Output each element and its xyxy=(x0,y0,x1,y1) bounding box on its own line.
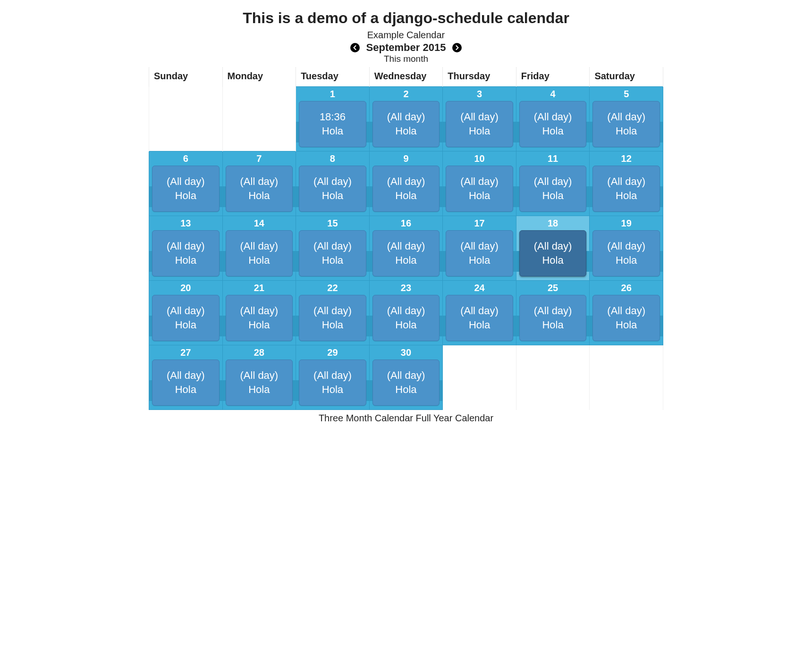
calendar-event[interactable]: (All day)Hola xyxy=(152,230,220,276)
day-number: 2 xyxy=(370,87,443,100)
calendar-event[interactable]: (All day)Hola xyxy=(519,166,587,212)
calendar-event[interactable]: (All day)Hola xyxy=(446,101,513,147)
event-time: (All day) xyxy=(520,305,586,317)
prev-month-icon[interactable] xyxy=(350,43,360,52)
calendar-day-cell[interactable]: 29(All day)Hola xyxy=(296,345,370,410)
calendar-event[interactable]: (All day)Hola xyxy=(372,166,440,212)
calendar-day-cell[interactable]: 19(All day)Hola xyxy=(590,216,663,281)
day-number: 22 xyxy=(296,281,369,293)
calendar-event[interactable]: (All day)Hola xyxy=(446,230,513,276)
event-time: (All day) xyxy=(593,111,660,123)
day-number: 25 xyxy=(516,281,590,293)
calendar-day-cell[interactable]: 12(All day)Hola xyxy=(590,151,663,216)
calendar-day-cell[interactable]: 5(All day)Hola xyxy=(590,87,663,151)
calendar-event[interactable]: (All day)Hola xyxy=(299,359,366,406)
calendar-day-cell[interactable]: 13(All day)Hola xyxy=(149,216,223,281)
calendar-day-cell[interactable]: 22(All day)Hola xyxy=(296,281,370,345)
calendar-event[interactable]: (All day)Hola xyxy=(519,101,587,147)
calendar-day-cell[interactable]: 2(All day)Hola xyxy=(369,87,443,151)
full-year-link[interactable]: Full Year Calendar xyxy=(416,413,494,423)
calendar-event[interactable]: (All day)Hola xyxy=(152,166,220,212)
event-time: (All day) xyxy=(373,369,440,382)
calendar-day-cell[interactable]: 118:36Hola xyxy=(296,87,370,151)
event-time: (All day) xyxy=(299,176,366,188)
calendar-event[interactable]: (All day)Hola xyxy=(226,295,293,341)
next-month-icon[interactable] xyxy=(452,43,462,52)
calendar-day-cell[interactable]: 28(All day)Hola xyxy=(222,345,296,410)
event-time: (All day) xyxy=(593,305,660,317)
calendar-day-cell[interactable]: 17(All day)Hola xyxy=(443,216,516,281)
event-title: Hola xyxy=(593,125,660,137)
three-month-link[interactable]: Three Month Calendar xyxy=(319,413,413,423)
event-title: Hola xyxy=(520,190,586,202)
this-month-link[interactable]: This month xyxy=(384,54,428,64)
calendar-event[interactable]: (All day)Hola xyxy=(372,230,440,276)
calendar-event[interactable]: (All day)Hola xyxy=(519,295,587,341)
event-title: Hola xyxy=(520,254,586,267)
calendar-event[interactable]: (All day)Hola xyxy=(152,295,220,341)
calendar-event[interactable]: (All day)Hola xyxy=(152,359,220,406)
day-number: 15 xyxy=(296,216,369,229)
calendar-event[interactable]: (All day)Hola xyxy=(519,230,587,276)
calendar-event[interactable]: (All day)Hola xyxy=(226,359,293,406)
calendar-day-cell[interactable]: 15(All day)Hola xyxy=(296,216,370,281)
event-time: (All day) xyxy=(446,240,513,252)
event-title: Hola xyxy=(226,319,293,331)
calendar-day-cell[interactable]: 26(All day)Hola xyxy=(590,281,663,345)
calendar-event[interactable]: (All day)Hola xyxy=(226,230,293,276)
calendar-day-cell[interactable]: 6(All day)Hola xyxy=(149,151,223,216)
calendar-event[interactable]: (All day)Hola xyxy=(299,230,366,276)
calendar-event[interactable]: (All day)Hola xyxy=(592,101,660,147)
day-number: 27 xyxy=(149,345,222,358)
calendar-event[interactable]: (All day)Hola xyxy=(299,295,366,341)
day-number: 1 xyxy=(296,87,369,100)
event-title: Hola xyxy=(152,319,219,331)
weekday-header: Sunday xyxy=(149,67,223,87)
calendar-event[interactable]: (All day)Hola xyxy=(446,295,513,341)
calendar-day-cell[interactable]: 4(All day)Hola xyxy=(516,87,590,151)
event-title: Hola xyxy=(520,125,586,137)
day-number: 21 xyxy=(223,281,296,293)
calendar-day-cell[interactable]: 7(All day)Hola xyxy=(222,151,296,216)
day-number: 30 xyxy=(370,345,443,358)
calendar-event[interactable]: (All day)Hola xyxy=(592,166,660,212)
calendar-day-cell[interactable]: 24(All day)Hola xyxy=(443,281,516,345)
calendar-empty-cell xyxy=(516,345,590,410)
calendar-event[interactable]: (All day)Hola xyxy=(372,101,440,147)
calendar-day-cell[interactable]: 3(All day)Hola xyxy=(443,87,516,151)
calendar-day-cell[interactable]: 27(All day)Hola xyxy=(149,345,223,410)
day-number: 5 xyxy=(590,87,663,100)
calendar-day-cell[interactable]: 10(All day)Hola xyxy=(443,151,516,216)
event-title: Hola xyxy=(226,254,293,267)
calendar-day-cell[interactable]: 30(All day)Hola xyxy=(369,345,443,410)
calendar-event[interactable]: (All day)Hola xyxy=(372,359,440,406)
event-time: (All day) xyxy=(373,111,440,123)
day-number: 4 xyxy=(516,87,590,100)
calendar-empty-cell xyxy=(222,87,296,151)
calendar-event[interactable]: (All day)Hola xyxy=(226,166,293,212)
event-title: Hola xyxy=(446,254,513,267)
calendar-day-cell[interactable]: 23(All day)Hola xyxy=(369,281,443,345)
event-title: Hola xyxy=(593,319,660,331)
calendar-day-cell[interactable]: 14(All day)Hola xyxy=(222,216,296,281)
calendar-day-cell[interactable]: 11(All day)Hola xyxy=(516,151,590,216)
event-title: Hola xyxy=(226,384,293,396)
calendar-day-cell[interactable]: 16(All day)Hola xyxy=(369,216,443,281)
event-title: Hola xyxy=(299,319,366,331)
calendar-day-cell[interactable]: 9(All day)Hola xyxy=(369,151,443,216)
calendar-event[interactable]: (All day)Hola xyxy=(299,166,366,212)
calendar-event[interactable]: (All day)Hola xyxy=(592,230,660,276)
calendar-event[interactable]: (All day)Hola xyxy=(372,295,440,341)
calendar-day-cell[interactable]: 25(All day)Hola xyxy=(516,281,590,345)
day-number: 18 xyxy=(516,216,590,229)
calendar-day-cell[interactable]: 20(All day)Hola xyxy=(149,281,223,345)
calendar-day-cell[interactable]: 8(All day)Hola xyxy=(296,151,370,216)
calendar-event[interactable]: (All day)Hola xyxy=(446,166,513,212)
calendar-event[interactable]: (All day)Hola xyxy=(592,295,660,341)
event-title: Hola xyxy=(593,254,660,267)
calendar-day-cell[interactable]: 18(All day)Hola xyxy=(516,216,590,281)
event-title: Hola xyxy=(373,125,440,137)
calendar-event[interactable]: 18:36Hola xyxy=(299,101,366,147)
calendar-day-cell[interactable]: 21(All day)Hola xyxy=(222,281,296,345)
event-time: (All day) xyxy=(520,240,586,252)
